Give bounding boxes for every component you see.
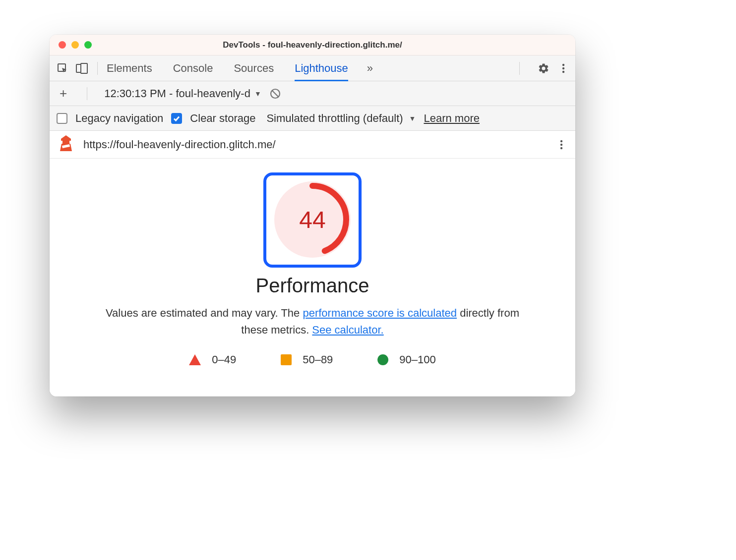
report-header: https://foul-heavenly-direction.glitch.m… — [50, 131, 575, 159]
svg-line-7 — [272, 91, 278, 97]
tab-elements[interactable]: Elements — [107, 56, 152, 81]
chevron-down-icon: ▼ — [409, 114, 416, 122]
svg-rect-2 — [81, 63, 87, 73]
clear-storage-label: Clear storage — [190, 112, 255, 125]
separator — [87, 87, 87, 100]
tab-sources[interactable]: Sources — [234, 56, 274, 81]
legend-average-label: 50–89 — [303, 353, 333, 366]
learn-more-link[interactable]: Learn more — [424, 112, 480, 125]
tab-lighthouse[interactable]: Lighthouse — [295, 56, 348, 81]
performance-gauge[interactable]: 44 — [274, 181, 351, 258]
clear-all-icon[interactable] — [269, 88, 281, 100]
svg-point-4 — [562, 67, 564, 69]
chevron-down-icon: ▼ — [254, 90, 261, 98]
performance-description: Values are estimated and may vary. The p… — [104, 305, 521, 338]
performance-score: 44 — [299, 206, 325, 233]
report-dropdown[interactable]: 12:30:13 PM - foul-heavenly-d ▼ — [104, 87, 261, 100]
circle-icon — [377, 354, 388, 365]
kebab-menu-icon[interactable] — [558, 62, 568, 74]
score-calculation-link[interactable]: performance score is calculated — [303, 307, 457, 319]
separator — [97, 62, 98, 75]
report-dropdown-label: 12:30:13 PM - foul-heavenly-d — [104, 87, 250, 100]
tab-console[interactable]: Console — [173, 56, 213, 81]
lighthouse-toolbar: + 12:30:13 PM - foul-heavenly-d ▼ — [50, 81, 575, 106]
throttling-dropdown[interactable]: Simulated throttling (default) ▼ — [266, 112, 416, 125]
svg-point-9 — [560, 140, 562, 142]
svg-point-3 — [562, 63, 564, 65]
triangle-icon — [189, 354, 201, 365]
legacy-navigation-label: Legacy navigation — [75, 112, 163, 125]
svg-point-5 — [562, 70, 564, 72]
legacy-navigation-checkbox[interactable] — [57, 113, 67, 124]
legend-good: 90–100 — [377, 353, 435, 366]
legend-poor: 0–49 — [189, 353, 236, 366]
separator — [519, 62, 520, 75]
report-menu-icon[interactable] — [556, 139, 566, 151]
titlebar: DevTools - foul-heavenly-direction.glitc… — [50, 35, 575, 56]
window-controls — [59, 41, 92, 49]
performance-gauge-highlight: 44 — [263, 172, 362, 268]
legend-poor-label: 0–49 — [212, 353, 236, 366]
svg-rect-8 — [62, 141, 69, 144]
main-toolbar: Elements Console Sources Lighthouse » — [50, 56, 575, 81]
legend-good-label: 90–100 — [399, 353, 435, 366]
square-icon — [281, 354, 292, 365]
devtools-window: DevTools - foul-heavenly-direction.glitc… — [50, 35, 575, 396]
more-tabs-icon[interactable]: » — [367, 56, 373, 81]
window-title: DevTools - foul-heavenly-direction.glitc… — [50, 40, 575, 50]
throttling-label: Simulated throttling (default) — [266, 112, 403, 125]
report-url: https://foul-heavenly-direction.glitch.m… — [83, 138, 276, 151]
svg-point-11 — [560, 147, 562, 149]
toggle-device-toolbar-icon[interactable] — [75, 62, 88, 74]
inspect-element-icon[interactable] — [57, 62, 68, 74]
see-calculator-link[interactable]: See calculator. — [312, 324, 383, 336]
performance-title: Performance — [256, 275, 369, 297]
desc-text: Values are estimated and may vary. The — [106, 307, 303, 319]
score-legend: 0–49 50–89 90–100 — [189, 353, 436, 366]
new-report-button[interactable]: + — [57, 86, 70, 101]
legend-average: 50–89 — [281, 353, 333, 366]
lighthouse-options: Legacy navigation Clear storage Simulate… — [50, 106, 575, 131]
lighthouse-logo-icon — [59, 135, 73, 155]
zoom-window-button[interactable] — [84, 41, 92, 49]
svg-point-10 — [560, 143, 562, 145]
settings-gear-icon[interactable] — [538, 62, 550, 74]
close-window-button[interactable] — [59, 41, 66, 49]
clear-storage-checkbox[interactable] — [171, 113, 182, 124]
minimize-window-button[interactable] — [71, 41, 79, 49]
lighthouse-report: 44 Performance Values are estimated and … — [50, 159, 575, 396]
